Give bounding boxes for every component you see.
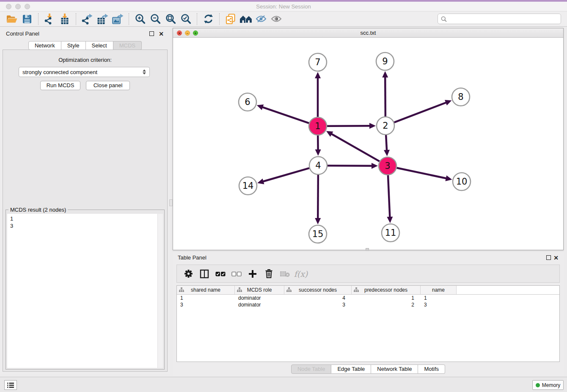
float-panel-icon[interactable]: [149, 31, 154, 36]
splitter-handle[interactable]: [169, 199, 173, 206]
graph-edge-2-3[interactable]: [386, 135, 387, 151]
graph-edge-4-14[interactable]: [262, 168, 309, 182]
table-panel: Table Panel ✕: [173, 252, 564, 376]
add-row-icon[interactable]: [245, 266, 261, 282]
graph-edge-2-8[interactable]: [394, 102, 447, 122]
graph-node-4[interactable]: 4: [309, 157, 327, 174]
export-table-icon[interactable]: [95, 13, 110, 25]
hide-unselected-icon[interactable]: [253, 13, 269, 25]
select-all-icon[interactable]: [212, 266, 228, 282]
network-graph[interactable]: 7968124314101511: [173, 38, 563, 250]
graph-node-14[interactable]: 14: [239, 177, 257, 195]
graph-node-7[interactable]: 7: [309, 53, 327, 71]
tab-network[interactable]: Network: [28, 41, 61, 50]
graph-node-8[interactable]: 8: [452, 88, 470, 106]
delete-table-icon[interactable]: [277, 266, 293, 282]
export-network-icon[interactable]: [80, 13, 95, 25]
graph-node-11[interactable]: 11: [382, 224, 399, 242]
graph-node-15[interactable]: 15: [309, 225, 327, 243]
zoom-in-icon[interactable]: [132, 13, 148, 25]
mac-zoom-button[interactable]: [25, 4, 30, 9]
float-table-panel-icon[interactable]: [546, 255, 551, 260]
graph-node-3[interactable]: 3: [379, 157, 396, 175]
toolbar-separator: [219, 13, 220, 25]
network-minimize-button[interactable]: −: [185, 30, 190, 36]
mcds-result-text[interactable]: 13: [7, 214, 163, 368]
graph-edge-4-3[interactable]: [328, 166, 373, 166]
resize-handle[interactable]: [366, 248, 369, 251]
graph-edge-arrowhead: [382, 71, 388, 77]
graph-edge-1-2[interactable]: [327, 126, 371, 126]
task-list-button[interactable]: [4, 380, 17, 390]
network-window-titlebar[interactable]: ✕ − + scc.txt: [173, 28, 563, 38]
table-panel-tabs: Node Table Edge Table Network Table Moti…: [173, 364, 564, 374]
graph-edge-4-15[interactable]: [318, 175, 318, 219]
network-window-title: scc.txt: [173, 28, 563, 37]
column-header-predecessor-nodes[interactable]: predecessor nodes: [352, 286, 421, 294]
search-input[interactable]: [449, 16, 558, 22]
network-close-button[interactable]: ✕: [177, 30, 182, 36]
network-maximize-button[interactable]: +: [193, 30, 198, 36]
close-table-panel-icon[interactable]: ✕: [553, 254, 559, 261]
column-header-mcds-role[interactable]: MCDS role: [235, 286, 284, 294]
clone-network-icon[interactable]: [223, 13, 238, 25]
function-builder-icon[interactable]: f(x): [293, 266, 309, 282]
tab-network-table[interactable]: Network Table: [371, 364, 418, 374]
tab-style[interactable]: Style: [61, 41, 86, 50]
graph-node-1[interactable]: 1: [309, 117, 327, 135]
column-visibility-icon[interactable]: [196, 266, 212, 282]
refresh-icon[interactable]: [201, 13, 216, 25]
tab-node-table[interactable]: Node Table: [291, 364, 332, 374]
control-panel-tabs: Network Style Select MCDS: [0, 41, 170, 50]
criterion-select[interactable]: strongly connected component: [19, 67, 150, 77]
memory-button[interactable]: Memory: [532, 380, 564, 390]
tab-edge-table[interactable]: Edge Table: [331, 364, 371, 374]
result-scrollbar[interactable]: [157, 214, 163, 368]
show-eye-icon[interactable]: [269, 13, 284, 25]
tab-motifs[interactable]: Motifs: [418, 364, 445, 374]
table-settings-gear-icon[interactable]: [180, 266, 196, 282]
graph-node-9[interactable]: 9: [376, 52, 394, 70]
mcds-result-box: MCDS result (2 nodes) 13: [6, 210, 165, 370]
open-session-icon[interactable]: [4, 13, 19, 25]
mac-close-button[interactable]: [6, 4, 11, 9]
export-image-icon[interactable]: [110, 13, 125, 25]
import-network-icon[interactable]: [42, 13, 57, 25]
graph-edge-arrowhead: [369, 123, 376, 129]
zoom-out-icon[interactable]: [148, 13, 163, 25]
deselect-all-icon[interactable]: [228, 266, 245, 282]
table-row[interactable]: 1dominator411: [177, 295, 559, 301]
tab-mcds[interactable]: MCDS: [113, 41, 142, 50]
close-panel-icon[interactable]: ✕: [159, 30, 164, 37]
select-stepper-icon: [143, 69, 146, 75]
column-header-name[interactable]: name: [421, 286, 457, 294]
memory-status-icon: [536, 383, 540, 387]
graph-edge-1-6[interactable]: [261, 107, 309, 123]
graph-edge-2-9[interactable]: [385, 76, 385, 116]
save-session-icon[interactable]: [19, 13, 35, 25]
graph-edge-3-10[interactable]: [397, 168, 447, 179]
mac-minimize-button[interactable]: [15, 4, 21, 9]
column-header-successor-nodes[interactable]: successor nodes: [284, 286, 352, 294]
list-icon: [7, 382, 14, 388]
svg-text:11: 11: [385, 228, 396, 238]
search-box[interactable]: [438, 14, 561, 24]
graph-node-10[interactable]: 10: [453, 173, 471, 190]
run-mcds-button[interactable]: Run MCDS: [40, 81, 80, 90]
tab-select[interactable]: Select: [86, 41, 113, 50]
zoom-selected-icon[interactable]: [178, 13, 193, 25]
close-panel-button[interactable]: Close panel: [86, 81, 130, 90]
graph-edge-3-11[interactable]: [388, 175, 390, 218]
table-row[interactable]: 3dominator323: [177, 301, 559, 308]
graph-node-2[interactable]: 2: [377, 117, 394, 135]
zoom-fit-icon[interactable]: [163, 13, 178, 25]
svg-text:6: 6: [245, 97, 250, 107]
delete-row-trash-icon[interactable]: [261, 266, 277, 282]
search-icon: [441, 16, 447, 22]
graph-node-6[interactable]: 6: [239, 93, 256, 111]
graph-edge-3-1[interactable]: [330, 133, 379, 161]
graph-edge-arrowhead: [257, 105, 264, 110]
home-icon[interactable]: [238, 13, 253, 25]
column-header-shared-name[interactable]: shared name: [177, 286, 235, 294]
import-table-icon[interactable]: [57, 13, 72, 25]
